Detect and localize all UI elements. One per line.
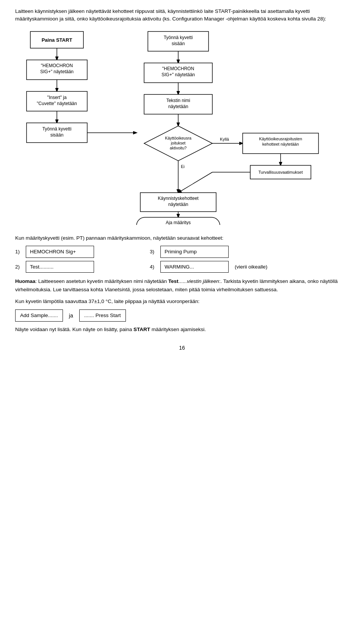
fc-tyonna-left: Työnnä kyvetti (42, 126, 72, 132)
sample-row: Add Sample....... ja ....... Press Start (15, 309, 349, 322)
kun-text: Kun määrityskyvetti (esim. PT) pannaan m… (15, 234, 349, 242)
press-start-box: ....... Press Start (79, 309, 126, 322)
prompt-box-test: Test.......... (26, 261, 94, 273)
fc-right-hemochron2: SIG+" näytetään (162, 72, 195, 77)
fc-naytetaan: näytetään (168, 104, 188, 109)
fc-diamond2: joitukset (171, 141, 186, 145)
prompts-grid: 1) HEMOCHRON Sig+ 3) Priming Pump 2) Tes… (15, 246, 273, 273)
bottom-content: Kun määrityskyvetti (esim. PT) pannaan m… (15, 234, 349, 334)
page-number: 16 (15, 345, 349, 351)
fc-diamond: Käyttöoikeusra (165, 136, 191, 140)
fc-cuvette: "Cuvette" näytetään (37, 101, 77, 106)
prompt-row-1: 1) HEMOCHRON Sig+ (15, 246, 138, 258)
fc-kaytto1: Käyttöoikeusrajoitusten (259, 137, 302, 141)
final-paragraph: Näyte voidaan nyt lisätä. Kun näyte on l… (15, 325, 349, 334)
temp-text: Kun kyvetin lämpötila saavuttaa 37±1,0 °… (15, 297, 349, 306)
prompt-num-3: 3) (150, 248, 157, 256)
fc-tekstin: Tekstin nimi (166, 98, 190, 103)
fc-kaynn1: Käynnistyskehotteet (158, 196, 199, 201)
flowchart-svg: Paina START "HEMOCHRON SIG+" näytetään "… (19, 28, 345, 225)
ja-text: ja (69, 311, 73, 320)
prompt-row-2: 2) Test.......... (15, 261, 138, 273)
fc-diamond3: aktivoitu? (170, 146, 187, 150)
prompt-row-3: 3) Priming Pump (150, 246, 273, 258)
add-sample-box: Add Sample....... (15, 309, 63, 322)
huomaa-text1: : Laitteeseen asetetun kyvetin määrityks… (35, 278, 168, 284)
prompt-box-priming: Priming Pump (160, 246, 229, 258)
svg-line-20 (178, 172, 212, 193)
fc-kylla: Kyllä (220, 137, 229, 141)
prompt-num-4: 4) (150, 263, 157, 271)
fc-kaytto2: kehotteet näytetään (262, 142, 299, 146)
fc-sisaan-left: sisään (50, 132, 64, 138)
intro-paragraph: Laitteen käynnistyksen jälkeen näytettäv… (15, 8, 349, 23)
huomaa-bold: Huomaa (15, 278, 35, 284)
fc-turv: Turvallisuusvaatimukset (259, 170, 303, 174)
huomaa-paragraph: Huomaa: Laitteeseen asetetun kyvetin mää… (15, 277, 349, 294)
final-text-1: Näyte voidaan nyt lisätä. Kun näyte on l… (15, 327, 133, 332)
fc-kaynn2: näytetään (168, 202, 188, 207)
final-bold: START (133, 327, 150, 332)
fc-aja1: Aja määritys (166, 220, 191, 225)
final-end: määrityksen ajamiseksi. (150, 327, 206, 332)
prompt-num-2: 2) (15, 263, 23, 271)
prompt-box-warming: WARMING... (160, 261, 229, 273)
fc-sisaan-right: sisään (172, 41, 185, 46)
prompt-num-1: 1) (15, 248, 23, 256)
fc-left-hemochron2: SIG+" näytetään (40, 69, 74, 74)
fc-left-hemochron: "HEMOCHRON (41, 63, 73, 68)
fc-right-hemochron: "HEMOCHRON (162, 66, 194, 71)
fc-insert: "Insert" ja (47, 95, 67, 100)
flowchart-container: Paina START "HEMOCHRON SIG+" näytetään "… (15, 28, 349, 225)
prompt-row-4: 4) WARMING... (vierii oikealle) (150, 261, 273, 273)
fc-ei: Ei (181, 164, 185, 169)
fc-paina-start: Paina START (42, 37, 72, 43)
prompt-note-4: (vierii oikealle) (235, 263, 267, 271)
prompt-box-hemochron: HEMOCHRON Sig+ (26, 246, 94, 258)
fc-tyonna-right: Työnnä kyvetti (164, 35, 193, 40)
huomaa-test: Test (168, 278, 179, 284)
